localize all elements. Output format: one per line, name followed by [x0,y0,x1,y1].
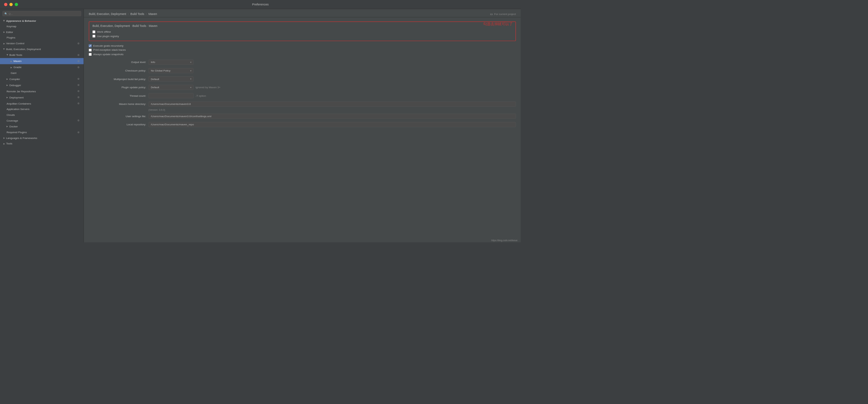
sidebar-item-label: Compiler [10,77,20,80]
url-bar: https://blog.csdn.net/leeue [491,239,518,242]
breadcrumb-part-2: Build Tools [131,12,144,16]
execute-goals-row: Execute goals recursively [89,44,516,48]
settings-section: Output level: Info Debug Verbose ▼ [84,57,521,130]
maven-version-text: (Version: 3.6.0) [89,108,516,112]
hb-part-1: Build, Execution, Deployment [92,24,130,28]
expand-arrow: ▶ [3,142,5,145]
user-settings-input[interactable] [149,114,516,119]
output-level-dropdown[interactable]: Info Debug Verbose [149,60,194,65]
user-settings-control [149,114,516,119]
sidebar-item-required-plugins[interactable]: Required Plugins ⚙ [0,129,84,135]
sidebar-item-appearance-behavior[interactable]: ▶ Appearance & Behavior [0,18,84,24]
print-exception-checkbox[interactable] [89,49,91,51]
user-settings-label: User settings file: [89,115,146,118]
sidebar-item-label: Docker [10,125,18,128]
sidebar-item-label: Debugger [10,83,21,87]
settings-icon: ⚙ [77,102,80,105]
expand-arrow: ▶ [11,60,12,62]
expand-arrow: ▶ [3,31,5,33]
expand-arrow: ▶ [3,20,5,22]
sidebar-item-clouds[interactable]: Clouds [0,112,84,118]
checksum-policy-dropdown[interactable]: No Global Policy Strict Warn [149,68,194,73]
work-offline-checkbox[interactable] [92,30,95,33]
expand-arrow: ▶ [6,84,8,86]
settings-icon: ⚙ [77,130,80,134]
execute-goals-checkbox[interactable] [89,44,91,47]
breadcrumb: Build, Execution, Deployment › Build Too… [89,12,157,16]
search-box[interactable]: 🔍 [2,11,81,16]
sidebar-item-version-control[interactable]: ▶ Version Control ⚙ [0,40,84,46]
local-repo-row: Local repository: [89,120,516,129]
work-offline-label: Work offline [97,30,111,33]
sidebar-item-label: Deployment [10,96,24,99]
sidebar-item-tools[interactable]: ▶ Tools [0,141,84,146]
breadcrumb-part-1: Build, Execution, Deployment [89,12,126,16]
thread-count-hint: -T option [196,94,206,97]
expand-arrow: ▶ [3,42,5,45]
hb-part-2: Build Tools [132,24,146,28]
maximize-button[interactable] [15,3,18,6]
checksum-policy-label: Checksum policy: [89,69,146,72]
search-input[interactable] [9,12,79,15]
settings-icon: ⚙ [77,119,80,123]
preferences-window: Preferences 🔍 ▶ Appearance & Behavior Ke… [0,0,521,243]
local-repo-input[interactable] [149,122,516,127]
sidebar-item-build-exec-deploy[interactable]: ▶ Build, Execution, Deployment [0,46,84,52]
execute-goals-label: Execute goals recursively [93,44,123,47]
local-repo-control [149,122,516,127]
sidebar-item-maven[interactable]: ▶ Maven ⚙ [0,58,84,64]
title-bar: Preferences [0,0,521,9]
thread-count-input[interactable] [149,93,194,98]
breadcrumb-part-3: Maven [148,12,157,16]
maven-home-row: Maven home directory: [89,100,516,108]
sidebar-item-label: Maven [14,60,21,63]
breadcrumb-sep-2: › [146,12,147,16]
maven-home-label: Maven home directory: [89,103,146,106]
use-plugin-registry-checkbox[interactable] [92,35,95,37]
sidebar-item-label: Gradle [14,66,21,69]
sidebar-item-docker[interactable]: ▶ Docker [0,124,84,129]
hb-part-3: Maven [149,24,157,28]
sidebar-item-deployment[interactable]: ▶ Deployment ⚙ [0,94,84,100]
multiproject-policy-label: Multiproject build fail policy: [89,77,146,80]
settings-icon: ⚙ [77,65,80,69]
highlighted-section: Build, Execution, Deployment › Build Too… [89,21,516,41]
always-update-checkbox[interactable] [89,53,91,56]
sidebar-item-gradle[interactable]: ▶ Gradle ⚙ [0,64,84,70]
content-header: Build, Execution, Deployment › Build Too… [84,9,521,17]
plugin-update-policy-dropdown[interactable]: Default Check Never Always [149,85,194,90]
use-plugin-registry-label: Use plugin registry [97,34,119,37]
close-button[interactable] [4,3,8,6]
sidebar-item-coverage[interactable]: Coverage ⚙ [0,118,84,124]
print-exception-label: Print exception stack traces [93,48,126,51]
sidebar-item-languages-frameworks[interactable]: ▶ Languages & Frameworks [0,135,84,141]
expand-arrow: ▶ [11,66,12,68]
always-update-row: Always update snapshots [89,52,516,57]
window-controls [4,3,18,6]
settings-icon: ⚙ [77,42,80,45]
highlighted-breadcrumb: Build, Execution, Deployment › Build Too… [92,24,512,28]
settings-icon: ⚙ [77,95,80,99]
sidebar-item-gant[interactable]: Gant [0,70,84,76]
sidebar-item-plugins[interactable]: Plugins [0,35,84,40]
multiproject-policy-dropdown[interactable]: Default Fail Fast Fail Never [149,76,194,81]
expand-arrow: ▶ [6,78,8,80]
expand-arrow: ▶ [6,125,8,128]
sidebar-item-app-servers[interactable]: Application Servers [0,107,84,112]
sidebar-item-remote-jar-repos[interactable]: Remote Jar Repositories ⚙ [0,88,84,94]
sidebar-item-editor[interactable]: ▶ Editor [0,29,84,35]
maven-home-control [149,102,516,107]
checkboxes-section: Execute goals recursively Print exceptio… [84,44,521,57]
sidebar-item-label: Build Tools [10,53,23,57]
maven-home-input[interactable] [149,102,516,107]
for-current-project: 🗂 For current project [490,12,516,16]
settings-icon: ⚙ [77,59,80,63]
minimize-button[interactable] [10,3,13,6]
sidebar-item-build-tools[interactable]: ▶ Build Tools ⚙ [0,52,84,58]
sidebar-item-arquillian[interactable]: Arquillian Containers ⚙ [0,100,84,107]
output-level-dropdown-wrapper: Info Debug Verbose ▼ [149,60,194,65]
sidebar-item-debugger[interactable]: ▶ Debugger ⚙ [0,82,84,88]
sidebar-item-compiler[interactable]: ▶ Compiler ⚙ [0,76,84,82]
sidebar-item-keymap[interactable]: Keymap [0,24,84,29]
sidebar-item-label: Gant [11,72,16,75]
